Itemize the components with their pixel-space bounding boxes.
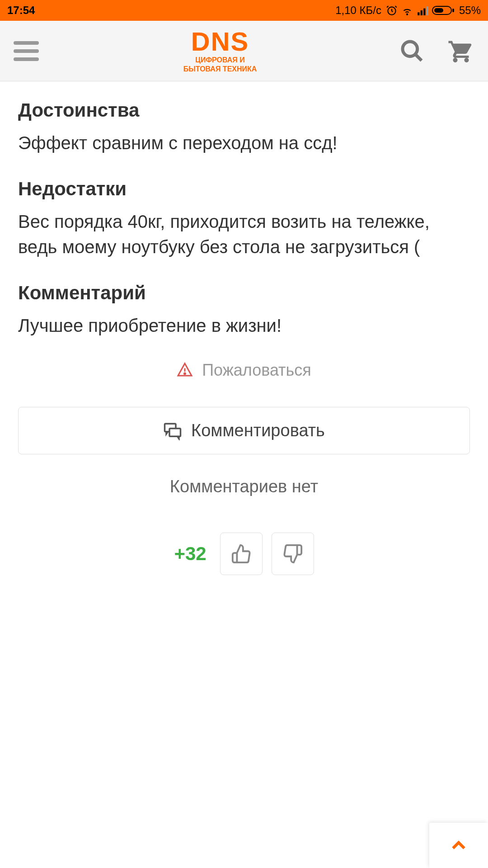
comment-button-label: Комментировать	[191, 421, 325, 440]
review-content: Достоинства Эффект сравним с переходом н…	[0, 81, 488, 868]
svg-rect-4	[423, 9, 425, 15]
pros-text: Эффект сравним с переходом на ссд!	[18, 130, 470, 156]
chevron-up-icon	[447, 834, 470, 857]
status-right: 1,10 КБ/с 55%	[335, 4, 481, 17]
no-comments-text: Комментариев нет	[18, 477, 470, 496]
logo[interactable]: DNS ЦИФРОВАЯ И БЫТОВАЯ ТЕХНИКА	[183, 28, 257, 73]
logo-main: DNS	[191, 28, 249, 55]
alarm-icon	[386, 5, 398, 16]
svg-point-12	[184, 373, 186, 374]
vote-section: +32	[18, 533, 470, 575]
comment-icon	[163, 421, 182, 440]
signal-icon	[417, 5, 428, 16]
hamburger-icon	[14, 41, 39, 45]
svg-point-9	[403, 42, 418, 57]
wifi-icon	[401, 5, 413, 16]
menu-button[interactable]	[14, 38, 41, 65]
warning-icon	[177, 362, 193, 378]
comment-button[interactable]: Комментировать	[18, 407, 470, 454]
status-bar: 17:54 1,10 КБ/с 55%	[0, 0, 488, 21]
scroll-top-button[interactable]	[429, 823, 488, 868]
cons-title: Недостатки	[18, 178, 470, 200]
cart-icon[interactable]	[447, 38, 474, 65]
status-data-rate: 1,10 КБ/с	[335, 4, 381, 17]
header-actions	[399, 38, 474, 65]
status-time: 17:54	[7, 4, 35, 17]
app-header: DNS ЦИФРОВАЯ И БЫТОВАЯ ТЕХНИКА	[0, 21, 488, 81]
pros-section: Достоинства Эффект сравним с переходом н…	[18, 99, 470, 156]
cons-text: Вес порядка 40кг, приходится возить на т…	[18, 209, 470, 259]
thumbs-up-button[interactable]	[220, 533, 263, 575]
thumbs-down-button[interactable]	[272, 533, 314, 575]
status-battery: 55%	[459, 4, 481, 17]
search-icon[interactable]	[399, 38, 425, 64]
svg-rect-3	[421, 10, 422, 15]
svg-rect-2	[418, 12, 419, 15]
cons-section: Недостатки Вес порядка 40кг, приходится …	[18, 178, 470, 259]
svg-rect-5	[427, 6, 428, 15]
svg-rect-8	[452, 9, 454, 12]
comment-title: Комментарий	[18, 282, 470, 304]
svg-line-10	[415, 54, 422, 61]
vote-count: +32	[174, 543, 206, 565]
svg-point-1	[407, 14, 408, 15]
thumbs-up-icon	[231, 543, 252, 564]
report-link[interactable]: Пожаловаться	[18, 361, 470, 380]
comment-text: Лучшее приобретение в жизни!	[18, 313, 470, 338]
comment-section: Комментарий Лучшее приобретение в жизни!	[18, 282, 470, 338]
svg-rect-14	[169, 428, 181, 436]
status-icons	[386, 5, 455, 16]
pros-title: Достоинства	[18, 99, 470, 121]
svg-rect-7	[434, 8, 443, 13]
logo-subtitle: ЦИФРОВАЯ И БЫТОВАЯ ТЕХНИКА	[183, 56, 257, 73]
battery-icon	[432, 5, 455, 16]
thumbs-down-icon	[282, 543, 303, 564]
report-label: Пожаловаться	[202, 361, 311, 380]
